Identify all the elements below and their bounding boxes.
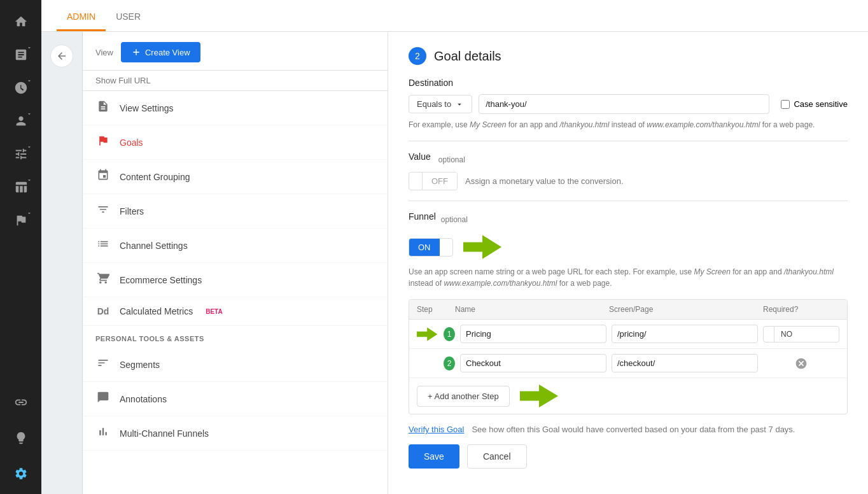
sidebar-flag-icon[interactable] [6,205,36,236]
destination-row: Equals to Case sensitive [409,94,848,114]
case-sensitive-checkbox[interactable] [781,100,790,109]
step1-required-no[interactable]: NO [774,327,799,342]
nav-item-view-settings[interactable]: View Settings [83,91,388,125]
nav-item-content-grouping[interactable]: Content Grouping [83,160,388,194]
nav-item-calculated-metrics[interactable]: Dd Calculated Metrics BETA [83,297,388,326]
nav-label-channel-settings: Channel Settings [120,241,188,251]
nav-item-annotations[interactable]: Annotations [83,382,388,416]
left-panel-header: View Create View [83,32,388,71]
channel-settings-icon [95,237,111,253]
goals-icon [95,134,111,150]
destination-label: Destination [409,78,848,88]
add-step-button[interactable]: + Add another Step [417,386,510,407]
segments-icon [95,356,111,372]
sidebar-home-icon[interactable] [6,6,36,37]
verify-row: Verify this Goal See how often this Goal… [409,425,848,434]
show-full-url: Show Full URL [83,71,388,91]
main-area: ADMIN USER View Create View [41,0,868,494]
tab-admin[interactable]: ADMIN [57,3,106,31]
nav-item-channel-settings[interactable]: Channel Settings [83,229,388,263]
funnel-toggle-off[interactable] [440,243,452,251]
col-step: Step [417,305,455,314]
goal-title: Goal details [434,49,501,64]
equals-to-button[interactable]: Equals to [409,95,472,113]
nav-label-segments: Segments [120,360,160,370]
nav-label-content-grouping: Content Grouping [120,172,190,182]
step2-name-input[interactable] [460,354,606,372]
verify-text: See how often this Goal would have conve… [472,425,795,434]
col-name: Name [455,305,609,314]
nav-list: View Settings Goals Content [83,91,388,494]
left-panel: View Create View Show Full URL View Sett… [83,32,388,494]
create-view-label: Create View [145,48,190,57]
funnel-toggle[interactable]: ON [409,238,453,257]
step1-required-left[interactable] [764,331,774,337]
nav-item-goals[interactable]: Goals [83,125,388,160]
back-area [41,32,83,494]
sidebar-reports-icon[interactable] [6,39,36,70]
goal-step-badge: 2 [409,47,426,65]
destination-input[interactable] [479,94,769,114]
funnel-optional: optional [441,215,468,224]
value-toggle-left[interactable] [409,178,422,185]
personal-tools-header: PERSONAL TOOLS & ASSETS [83,326,388,348]
content-area: View Create View Show Full URL View Sett… [41,32,868,494]
funnel-label-row: Funnel optional [409,211,848,228]
case-sensitive-row: Case sensitive [781,99,848,109]
svg-marker-2 [520,385,558,407]
create-view-button[interactable]: Create View [121,42,200,62]
case-sensitive-label: Case sensitive [794,99,848,109]
nav-label-annotations: Annotations [120,394,167,404]
value-optional: optional [438,155,465,164]
filters-icon [95,203,111,219]
steps-table: Step Name Screen/Page Required? 1 [409,299,848,414]
step1-arrow-icon [417,326,437,342]
top-nav: ADMIN USER [41,0,868,32]
icon-sidebar [0,0,41,494]
step1-screen-input[interactable] [612,325,758,343]
nav-item-filters[interactable]: Filters [83,194,388,229]
nav-item-multi-channel[interactable]: Multi-Channel Funnels [83,416,388,451]
step1-required-toggle[interactable]: NO [763,326,839,342]
steps-header: Step Name Screen/Page Required? [409,300,847,320]
sidebar-link-icon[interactable] [6,387,36,418]
sidebar-settings-icon[interactable] [6,458,36,489]
equals-to-label: Equals to [417,99,451,109]
funnel-arrow-icon [463,234,501,260]
table-row: 1 NO [409,320,847,349]
nav-label-filters: Filters [120,206,144,216]
sidebar-clock-icon[interactable] [6,73,36,103]
back-button[interactable] [50,45,73,67]
save-button[interactable]: Save [409,444,459,469]
nav-label-goals: Goals [120,138,143,148]
funnel-label: Funnel [409,211,436,222]
nav-label-multi-channel: Multi-Channel Funnels [120,428,209,439]
value-label: Value [409,152,431,162]
step2-screen-input[interactable] [612,354,758,372]
right-panel: 2 Goal details Destination Equals to Cas… [388,32,868,494]
svg-marker-0 [463,235,501,259]
tab-user[interactable]: USER [106,3,151,31]
add-step-row: + Add another Step [409,378,847,414]
cancel-button[interactable]: Cancel [467,444,527,469]
funnel-toggle-on[interactable]: ON [409,239,440,256]
value-toggle-off[interactable]: OFF [422,173,457,190]
step2-remove-button[interactable] [763,357,839,370]
verify-goal-link[interactable]: Verify this Goal [409,425,464,434]
table-row: 2 [409,349,847,378]
view-label: View [95,48,113,57]
sidebar-table-icon[interactable] [6,172,36,202]
sidebar-bulb-icon[interactable] [6,423,36,453]
step1-name-input[interactable] [460,325,606,343]
value-toggle[interactable]: OFF [409,172,458,190]
action-buttons: Save Cancel [409,444,848,469]
nav-item-segments[interactable]: Segments [83,348,388,382]
ecommerce-settings-icon [95,272,111,288]
sidebar-customize-icon[interactable] [6,139,36,169]
annotations-icon [95,391,111,407]
left-container: View Create View Show Full URL View Sett… [41,32,388,494]
goal-header: 2 Goal details [409,47,848,65]
sidebar-person-icon[interactable] [6,106,36,136]
nav-item-ecommerce-settings[interactable]: Ecommerce Settings [83,263,388,297]
funnel-toggle-row: ON [409,234,848,260]
